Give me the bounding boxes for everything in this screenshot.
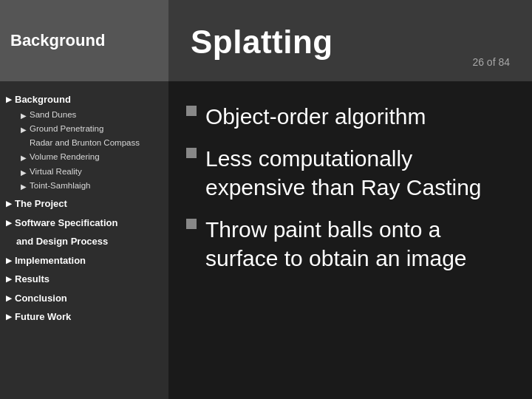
sidebar: Background ▶ Background ▶ Sand Dunes ▶ G… bbox=[0, 0, 168, 399]
slide-container: Background ▶ Background ▶ Sand Dunes ▶ G… bbox=[0, 0, 532, 399]
arrow-icon: ▶ bbox=[21, 152, 27, 163]
nav-implementation[interactable]: ▶ Implementation bbox=[6, 253, 163, 269]
nav-toint-samhlaigh[interactable]: ▶ Toint-Samhlaigh bbox=[6, 179, 163, 193]
main-body: Object-order algorithm Less computationa… bbox=[168, 81, 532, 399]
bullet-text-1: Object-order algorithm bbox=[205, 102, 426, 131]
arrow-icon: ▶ bbox=[6, 94, 12, 105]
nav-volume-rendering-label: Volume Rendering bbox=[30, 151, 100, 163]
nav-future-work-label: Future Work bbox=[15, 310, 71, 324]
nav-software-spec-label: Software Specification bbox=[15, 216, 117, 231]
nav-ground-penetrating-label: Ground Penetrating bbox=[30, 123, 103, 135]
nav-background-label: Background bbox=[15, 92, 71, 107]
nav-the-project[interactable]: ▶ The Project bbox=[6, 196, 163, 212]
nav-conclusion-label: Conclusion bbox=[15, 291, 67, 306]
arrow-icon: ▶ bbox=[6, 255, 12, 266]
nav-future-work[interactable]: ▶ Future Work bbox=[6, 309, 163, 325]
nav-implementation-label: Implementation bbox=[15, 253, 86, 268]
bullet-square-1 bbox=[186, 106, 197, 116]
bullet-item-1: Object-order algorithm bbox=[186, 102, 510, 131]
arrow-icon: ▶ bbox=[6, 273, 12, 284]
nav-radar-brunton: Radar and Brunton Compass bbox=[6, 136, 163, 150]
arrow-icon: ▶ bbox=[21, 181, 27, 192]
sidebar-content: ▶ Background ▶ Sand Dunes ▶ Ground Penet… bbox=[0, 81, 168, 399]
bullet-square-3 bbox=[186, 219, 197, 229]
nav-ground-penetrating[interactable]: ▶ Ground Penetrating bbox=[6, 122, 163, 136]
nav-design-process-label: and Design Process bbox=[6, 234, 108, 249]
nav-results[interactable]: ▶ Results bbox=[6, 271, 163, 287]
nav-toint-samhlaigh-label: Toint-Samhlaigh bbox=[30, 180, 90, 192]
nav-volume-rendering[interactable]: ▶ Volume Rendering bbox=[6, 150, 163, 164]
arrow-icon: ▶ bbox=[21, 124, 27, 135]
slide-number: 26 of 84 bbox=[472, 56, 510, 71]
nav-conclusion[interactable]: ▶ Conclusion bbox=[6, 290, 163, 307]
nav-radar-brunton-label: Radar and Brunton Compass bbox=[21, 137, 140, 149]
nav-the-project-label: The Project bbox=[15, 197, 67, 211]
sidebar-header: Background bbox=[0, 0, 168, 81]
bullet-item-2: Less computationally expensive than Ray … bbox=[186, 144, 510, 202]
bullet-item-3: Throw paint balls onto a surface to obta… bbox=[186, 215, 510, 273]
nav-virtual-reality-label: Virtual Reality bbox=[30, 166, 82, 178]
arrow-icon: ▶ bbox=[21, 110, 27, 121]
nav-sand-dunes-label: Sand Dunes bbox=[30, 109, 76, 121]
main-content: Splatting 26 of 84 Object-order algorith… bbox=[168, 0, 532, 399]
bullet-text-3: Throw paint balls onto a surface to obta… bbox=[205, 215, 510, 273]
arrow-icon: ▶ bbox=[6, 311, 12, 322]
main-title: Splatting bbox=[191, 24, 333, 61]
nav-software-spec[interactable]: ▶ Software Specification bbox=[6, 215, 163, 231]
arrow-icon: ▶ bbox=[21, 167, 27, 178]
nav-results-label: Results bbox=[15, 272, 50, 287]
nav-design-process: and Design Process bbox=[6, 233, 163, 250]
main-header: Splatting 26 of 84 bbox=[168, 0, 532, 81]
nav-background[interactable]: ▶ Background bbox=[6, 92, 163, 108]
nav-virtual-reality[interactable]: ▶ Virtual Reality bbox=[6, 165, 163, 179]
bullet-square-2 bbox=[186, 148, 197, 158]
bullet-text-2: Less computationally expensive than Ray … bbox=[205, 144, 510, 202]
arrow-icon: ▶ bbox=[6, 198, 12, 209]
arrow-icon: ▶ bbox=[6, 293, 12, 304]
sidebar-header-text: Background bbox=[10, 31, 105, 50]
arrow-icon: ▶ bbox=[6, 217, 12, 228]
nav-sand-dunes[interactable]: ▶ Sand Dunes bbox=[6, 108, 163, 122]
